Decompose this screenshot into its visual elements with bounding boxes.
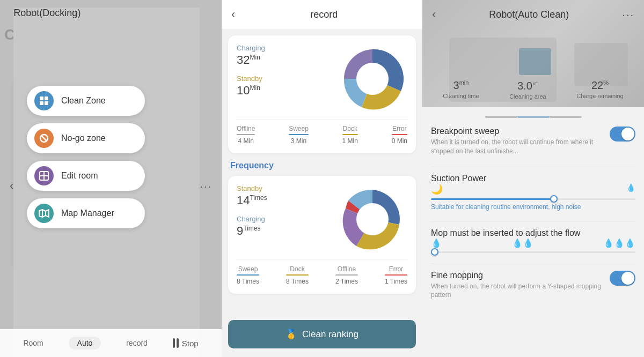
- breakpoint-sweep-text: Breakpoint sweep When it is turned on, t…: [431, 127, 610, 156]
- fine-mopping-header: Fine mopping When turned on, the robot w…: [431, 271, 635, 300]
- clean-ranking-button[interactable]: 🥇 Clean ranking: [228, 320, 416, 348]
- freq-standby-label: Standby: [237, 184, 332, 192]
- freq-stat-offline: Offline 2 Times: [335, 265, 358, 285]
- standby-label: Standby: [237, 75, 332, 83]
- suction-low-icon: 🌙: [431, 183, 443, 195]
- map-manager-icon: [34, 204, 54, 223]
- suction-power-section: Suction Power 🌙 💧 Suitable for cleaning …: [431, 174, 635, 211]
- freq-sweep-line: [237, 274, 259, 276]
- right-stat-area-value: 3.0㎡: [509, 79, 546, 92]
- mop-slider-thumb[interactable]: [431, 248, 438, 256]
- right-panel: ‹ Robot(Auto Clean) ··· 3min Cleaning ti…: [422, 0, 644, 357]
- tab-indicators: [431, 116, 635, 118]
- right-title: Robot(Auto Clean): [489, 9, 569, 20]
- svg-rect-1: [45, 96, 48, 100]
- fine-mopping-desc: When turned on, the robot will perform a…: [431, 282, 610, 300]
- freq-stat-dock: Dock 8 Times: [286, 265, 309, 285]
- usage-stats-left: Charging 32Min Standby 10Min: [237, 44, 332, 105]
- menu-no-go-zone[interactable]: No-go zone: [27, 123, 145, 153]
- tab-room[interactable]: Room: [23, 339, 43, 347]
- svg-rect-0: [40, 96, 43, 100]
- stat-error: Error 0 Min: [392, 125, 407, 145]
- no-go-zone-label: No-go zone: [61, 133, 106, 143]
- mop-section: Mop must be inserted to adjust the flow …: [431, 228, 635, 253]
- offline-line: [237, 134, 255, 135]
- svg-point-13: [356, 203, 389, 235]
- breakpoint-sweep-toggle[interactable]: [610, 127, 635, 142]
- left-dots-menu[interactable]: ···: [200, 180, 212, 192]
- menu-edit-room[interactable]: Edit room: [27, 161, 145, 191]
- frequency-card: Standby 14Times Charging 9Times: [228, 176, 416, 294]
- breakpoint-sweep-title: Breakpoint sweep: [431, 127, 610, 136]
- tab-dot-1: [485, 116, 517, 118]
- freq-charging-stat: Charging 9Times: [237, 215, 332, 238]
- suction-slider-track[interactable]: [431, 198, 635, 200]
- frequency-stats-left: Standby 14Times Charging 9Times: [237, 184, 332, 246]
- center-back-button[interactable]: ‹: [231, 8, 235, 21]
- center-panel: ‹ record Charging 32Min Standby 10Min: [222, 0, 422, 357]
- freq-error-line: [385, 274, 407, 276]
- svg-marker-9: [39, 210, 49, 217]
- stat-offline: Offline 4 Min: [237, 125, 255, 145]
- frequency-donut-chart: [338, 184, 407, 254]
- breakpoint-sweep-setting: Breakpoint sweep When it is turned on, t…: [431, 127, 635, 156]
- freq-offline-line: [335, 274, 358, 276]
- menu-clean-zone[interactable]: Clean Zone: [27, 86, 145, 116]
- frequency-bottom-stats: Sweep 8 Times Dock 8 Times Offline 2 Tim…: [237, 259, 407, 285]
- tab-auto[interactable]: Auto: [69, 337, 101, 349]
- stop-label: Stop: [182, 339, 199, 348]
- usage-bottom-stats: Offline 4 Min Sweep 3 Min Dock 1 Min Err…: [237, 119, 407, 145]
- toggle-knob: [621, 128, 634, 140]
- charging-value: 32Min: [237, 53, 332, 67]
- suction-power-title: Suction Power: [431, 174, 635, 183]
- sweep-line: [289, 134, 309, 135]
- menu-map-manager[interactable]: Map Manager: [27, 198, 145, 228]
- usage-donut-chart: [338, 44, 407, 114]
- edit-room-icon: [34, 166, 54, 185]
- fine-mopping-setting: Fine mopping When turned on, the robot w…: [431, 271, 635, 300]
- right-stat-charge-value: 22%: [576, 79, 623, 92]
- freq-charging-value: 9Times: [237, 224, 332, 238]
- right-dots-menu[interactable]: ···: [622, 9, 634, 21]
- tab-record[interactable]: record: [126, 339, 148, 347]
- left-back-button[interactable]: ‹: [10, 179, 13, 193]
- mop-low-icon: 💧: [431, 238, 442, 248]
- ranking-icon: 🥇: [286, 329, 297, 340]
- map-manager-label: Map Manager: [61, 209, 114, 218]
- right-scroll-area[interactable]: Breakpoint sweep When it is turned on, t…: [422, 107, 644, 357]
- mop-slider-track[interactable]: [431, 251, 635, 253]
- suction-slider-thumb[interactable]: [550, 195, 558, 203]
- mop-icons-row: 💧 💧💧 💧💧💧: [431, 238, 635, 248]
- right-stat-area-label: Cleaning area: [509, 93, 546, 100]
- mop-mid-icon: 💧💧: [512, 238, 533, 248]
- freq-stat-sweep: Sweep 8 Times: [237, 265, 259, 285]
- right-back-button[interactable]: ‹: [432, 8, 436, 21]
- fine-mopping-title: Fine mopping: [431, 271, 610, 280]
- fine-mopping-text: Fine mopping When turned on, the robot w…: [431, 271, 610, 300]
- ranking-label: Clean ranking: [302, 329, 358, 340]
- freq-stat-error: Error 1 Times: [385, 265, 407, 285]
- center-scroll-area[interactable]: Charging 32Min Standby 10Min: [222, 29, 422, 320]
- freq-charging-label: Charging: [237, 215, 332, 223]
- stop-button[interactable]: Stop: [173, 338, 199, 348]
- error-line: [392, 134, 407, 135]
- stat-dock: Dock 1 Min: [342, 125, 358, 145]
- left-panel: Cleaning e ‹ Robot(Docking) ··· 3min Cle…: [0, 0, 222, 357]
- center-header: ‹ record: [222, 0, 422, 29]
- right-stat-time: 3min Cleaning time: [443, 79, 479, 100]
- svg-line-5: [41, 136, 47, 142]
- fine-mopping-toggle[interactable]: [610, 271, 635, 286]
- center-title: record: [235, 9, 413, 20]
- freq-standby-value: 14Times: [237, 194, 332, 207]
- fine-mopping-toggle-knob: [621, 272, 634, 285]
- charging-stat: Charging 32Min: [237, 44, 332, 67]
- svg-point-12: [356, 63, 389, 95]
- mop-high-icon: 💧💧💧: [603, 238, 635, 248]
- right-stat-area: 3.0㎡ Cleaning area: [509, 79, 546, 100]
- no-go-zone-icon: [34, 129, 54, 148]
- menu-overlay: Clean Zone No-go zone Edit room: [27, 86, 145, 236]
- freq-standby-stat: Standby 14Times: [237, 184, 332, 207]
- charging-label: Charging: [237, 44, 332, 52]
- svg-rect-3: [45, 101, 48, 105]
- stat-sweep: Sweep 3 Min: [289, 125, 309, 145]
